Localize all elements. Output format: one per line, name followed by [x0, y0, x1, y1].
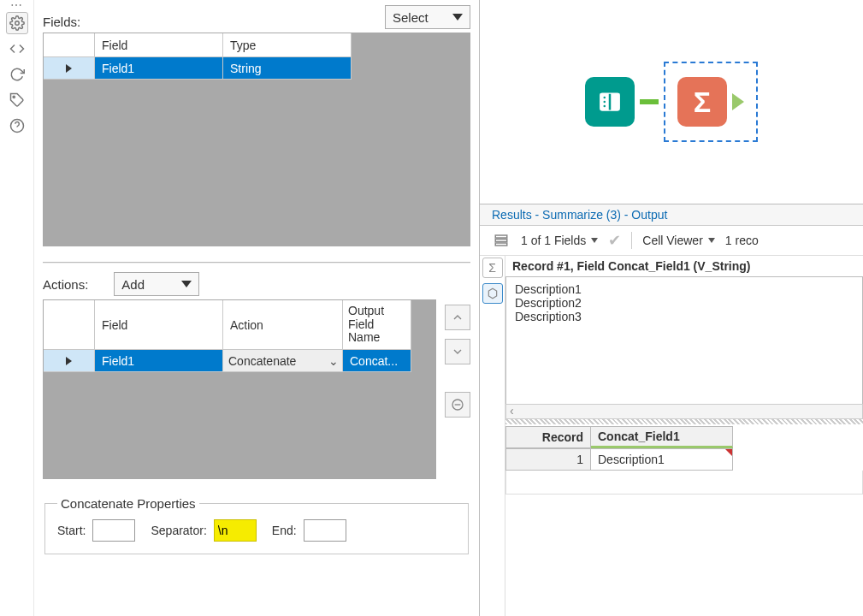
concat-sep-input[interactable] — [214, 519, 257, 542]
cell-viewer-dropdown[interactable]: Cell Viewer — [642, 234, 715, 247]
actions-label: Actions: — [43, 277, 88, 292]
row-indicator[interactable] — [44, 57, 95, 80]
acol-action[interactable]: Action — [223, 300, 343, 350]
reorder-buttons — [445, 299, 470, 479]
concat-end-input[interactable] — [304, 519, 346, 542]
tag-icon[interactable] — [6, 89, 28, 111]
chevron-down-icon — [708, 238, 715, 243]
fields-label: Fields: — [43, 15, 80, 29]
gear-icon[interactable] — [6, 12, 28, 34]
move-up-button[interactable] — [445, 305, 470, 330]
fields-grid[interactable]: Field Type Field1 String — [43, 33, 470, 246]
fields-select-dropdown[interactable]: Select — [385, 5, 470, 29]
svg-point-7 — [604, 97, 606, 99]
cell-field[interactable]: Field1 — [95, 57, 223, 80]
output-anchor-icon[interactable] — [732, 93, 744, 110]
chevron-down-icon — [181, 281, 192, 287]
acell-out[interactable]: Concat... — [343, 350, 411, 372]
arow-head-blank[interactable] — [44, 300, 95, 350]
field-count-dropdown[interactable]: 1 of 1 Fields — [521, 234, 598, 247]
config-panel: Fields: Select Field Type Field1 String … — [34, 0, 479, 616]
concat-end-label: End: — [272, 524, 297, 537]
row-arrow-icon — [66, 64, 72, 73]
tool-summarize[interactable]: Σ — [677, 77, 727, 127]
record-summary: 1 reco — [725, 234, 759, 247]
actions-add-label: Add — [121, 277, 145, 292]
move-down-button[interactable] — [445, 339, 470, 364]
results-title: Results - Summarize (3) - Output — [492, 208, 667, 222]
refresh-icon[interactable] — [6, 63, 28, 86]
svg-rect-11 — [495, 240, 507, 242]
acell-action-text: Concatenate — [228, 354, 296, 368]
concat-start-label: Start: — [57, 524, 86, 537]
code-icon[interactable] — [6, 38, 28, 60]
chevron-down-icon — [591, 238, 598, 243]
col-record[interactable]: Record — [505, 426, 591, 448]
help-icon[interactable] — [6, 115, 28, 137]
results-toolbar: 1 of 1 Fields ✔ Cell Viewer 1 reco — [480, 226, 863, 256]
svg-point-9 — [604, 105, 606, 108]
chevron-down-icon: ⌄ — [328, 354, 337, 368]
svg-rect-10 — [495, 235, 507, 238]
sigma-view-tab[interactable]: Σ — [482, 258, 503, 278]
cell-view-tab[interactable] — [482, 283, 503, 304]
col-field[interactable]: Field — [95, 33, 223, 57]
layout-icon[interactable] — [492, 231, 511, 250]
remove-button[interactable] — [445, 392, 470, 418]
concat-legend: Concatenate Properties — [57, 496, 199, 511]
concatenate-properties-group: Concatenate Properties Start: Separator:… — [44, 496, 469, 554]
tool-text-input[interactable] — [585, 77, 635, 127]
sigma-icon: Σ — [694, 86, 711, 119]
separator — [631, 232, 632, 249]
results-view-tabs: Σ — [480, 256, 505, 616]
workflow-canvas[interactable]: Σ — [480, 0, 863, 204]
cell-record-num: 1 — [505, 448, 591, 471]
svg-point-8 — [604, 101, 606, 104]
results-header: Results - Summarize (3) - Output — [480, 204, 863, 226]
col-type[interactable]: Type — [223, 33, 352, 57]
sigma-icon: Σ — [488, 261, 496, 275]
row-arrow-icon — [66, 357, 72, 365]
table-row[interactable]: 1 Description1 — [505, 448, 863, 471]
acell-field[interactable]: Field1 — [95, 350, 223, 372]
horizontal-scrollbar[interactable] — [505, 404, 863, 419]
svg-point-1 — [13, 96, 15, 98]
fields-select-label: Select — [393, 10, 429, 25]
acell-action-dropdown[interactable]: Concatenate ⌄ — [223, 350, 343, 372]
check-icon[interactable]: ✔ — [608, 231, 621, 250]
splitter-grip[interactable] — [505, 419, 863, 424]
cell-viewer-text: Cell Viewer — [642, 234, 703, 247]
right-pane: Σ Results - Summarize (3) - Output 1 of … — [479, 0, 863, 616]
acol-field[interactable]: Field — [95, 300, 223, 350]
connection-line — [640, 99, 659, 104]
col-concat[interactable]: Concat_Field1 — [591, 426, 733, 448]
concat-sep-label: Separator: — [151, 524, 206, 537]
svg-point-0 — [15, 21, 19, 26]
svg-rect-12 — [495, 243, 507, 246]
record-title: Record #1, Field Concat_Field1 (V_String… — [505, 256, 863, 276]
actions-grid[interactable]: Field Action Output Field Name Field1 Co… — [43, 299, 436, 479]
record-body[interactable]: Description1 Description2 Description3 — [505, 276, 863, 405]
divider — [43, 262, 470, 264]
cell-type[interactable]: String — [223, 57, 352, 80]
arow-indicator[interactable] — [44, 350, 95, 372]
left-icon-strip: ⋯ — [0, 0, 34, 616]
results-table[interactable]: Record Concat_Field1 1 Description1 — [505, 426, 863, 471]
cell-concat-val: Description1 — [591, 448, 733, 471]
row-header-blank[interactable] — [44, 33, 95, 57]
actions-add-dropdown[interactable]: Add — [114, 272, 199, 296]
more-icon[interactable]: ⋯ — [10, 0, 23, 9]
truncated-icon — [725, 449, 732, 456]
table-empty-area — [505, 471, 863, 495]
concat-start-input[interactable] — [92, 519, 135, 542]
acol-out[interactable]: Output Field Name — [343, 300, 411, 350]
selected-tool-box: Σ — [664, 62, 758, 142]
cell-concat-text: Description1 — [598, 453, 665, 466]
chevron-down-icon — [452, 14, 463, 21]
field-count-text: 1 of 1 Fields — [521, 234, 586, 247]
